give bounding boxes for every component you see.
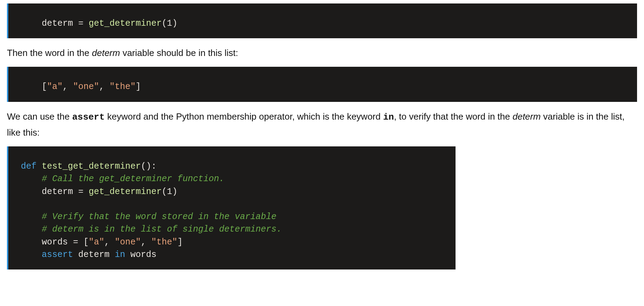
italic-text: determ [92,48,120,58]
code-text [21,187,42,197]
code-text [21,174,42,184]
code-comment: # Verify that the word stored in the var… [42,212,276,222]
code-text [21,237,42,247]
code-text: determ = [42,187,89,197]
code-text [21,224,42,234]
code-text: words = [ [42,237,89,247]
code-text [125,250,130,260]
code-comment: # Call the get_determiner function. [42,174,224,184]
code-func: get_determiner [89,187,162,197]
code-text: , [104,237,115,247]
code-text: , [99,82,110,92]
code-text: determ [78,250,115,260]
code-text: (): [141,161,156,171]
code-text: ) [172,187,177,197]
inline-code: in [383,112,394,122]
text: , to verify that the word in the [394,111,513,122]
text: Then the word in the [7,48,92,58]
code-text: words [130,250,156,260]
code-keyword: assert [42,250,73,260]
code-text [21,250,42,260]
code-text: ] [136,82,141,92]
code-func: test_get_determiner [42,161,141,171]
code-string: "a" [47,82,63,92]
code-text [21,82,42,92]
code-string: "one" [115,237,141,247]
code-number: 1 [167,187,172,197]
text: variable should be in this list: [120,48,238,58]
code-text: [ [42,82,47,92]
code-text: , [63,82,73,92]
text: We can use the [7,111,72,122]
text: keyword and the Python membership operat… [105,111,383,122]
code-block-2: ["a", "one", "the"] [7,67,637,102]
code-number: 1 [167,18,172,29]
code-text: ( [162,18,167,29]
code-text [21,18,42,29]
code-string: "one" [73,82,99,92]
code-func: get_determiner [89,18,162,29]
code-text: ] [177,237,183,247]
code-string: "the" [151,237,177,247]
code-block-3: def test_get_determiner(): # Call the ge… [7,146,456,269]
code-text [21,212,42,222]
code-keyword: def [21,161,37,171]
italic-text: determ [513,111,541,122]
document-page: determ = get_determiner(1) Then the word… [0,3,644,287]
code-string: "a" [89,237,104,247]
code-comment: # determ is in the list of single determ… [42,224,282,234]
code-text [73,250,78,260]
inline-code: assert [72,112,105,122]
paragraph-2: We can use the assert keyword and the Py… [7,109,637,140]
code-block-1: determ = get_determiner(1) [7,3,637,38]
code-text: ( [162,187,167,197]
code-text [37,161,42,171]
code-text: determ = [42,18,89,29]
code-text: ) [172,18,177,29]
paragraph-1: Then the word in the determ variable sho… [7,45,637,61]
code-text: , [141,237,151,247]
code-string: "the" [110,82,136,92]
code-keyword: in [115,250,125,260]
